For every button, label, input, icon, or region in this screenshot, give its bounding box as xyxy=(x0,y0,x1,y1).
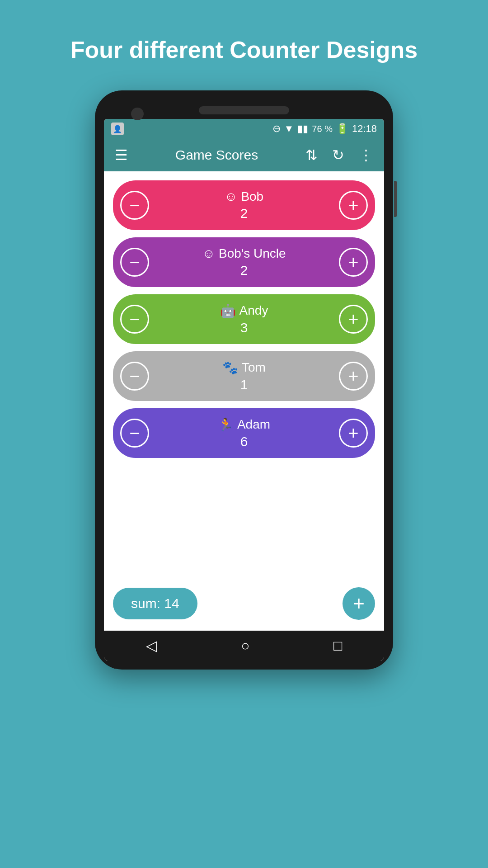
home-button[interactable]: ○ xyxy=(241,637,249,654)
plus-icon: + xyxy=(348,424,358,442)
add-counter-button[interactable]: + xyxy=(343,587,375,620)
adam-score: 6 xyxy=(240,434,248,449)
decrement-adam[interactable]: − xyxy=(120,419,149,448)
increment-adam[interactable]: + xyxy=(339,419,368,448)
bobs-uncle-score: 2 xyxy=(240,263,248,278)
page-title: Four different Counter Designs xyxy=(70,36,418,63)
minus-icon: − xyxy=(129,196,140,214)
more-button[interactable]: ⋮ xyxy=(355,143,377,167)
counter-row-bobs-uncle: − ☺ Bob's Uncle 2 + xyxy=(113,237,375,287)
phone-top-bar xyxy=(104,99,384,119)
phone-frame: 👤 ⊖ ▼ ▮▮ 76 % 🔋 12:18 ☰ Game Scores ⇅ ↻ … xyxy=(95,90,393,670)
counter-name-tom: 🐾 Tom xyxy=(222,360,266,375)
phone-speaker xyxy=(199,106,289,114)
do-not-disturb-icon: ⊖ xyxy=(272,123,281,135)
status-bar-left: 👤 xyxy=(111,123,124,135)
nav-bar: ◁ ○ □ xyxy=(104,631,384,660)
minus-icon: − xyxy=(129,424,140,442)
toolbar-title: Game Scores xyxy=(139,147,295,163)
counter-center-bobs-uncle: ☺ Bob's Uncle 2 xyxy=(149,246,339,278)
sum-button[interactable]: sum: 14 xyxy=(113,588,197,619)
counter-center-andy: 🤖 Andy 3 xyxy=(149,303,339,335)
wifi-icon: ▼ xyxy=(284,123,294,135)
minus-icon: − xyxy=(129,310,140,328)
counter-name-andy: 🤖 Andy xyxy=(220,303,268,318)
adam-label: Adam xyxy=(237,417,270,432)
filter-button[interactable]: ⇅ xyxy=(302,143,321,167)
battery-status: 76 % xyxy=(312,124,333,134)
content-area: − ☺ Bob 2 + − xyxy=(104,171,384,578)
increment-andy[interactable]: + xyxy=(339,305,368,334)
status-bar: 👤 ⊖ ▼ ▮▮ 76 % 🔋 12:18 xyxy=(104,119,384,139)
plus-icon: + xyxy=(348,310,358,328)
plus-icon: + xyxy=(348,367,358,385)
status-bar-right: ⊖ ▼ ▮▮ 76 % 🔋 12:18 xyxy=(272,123,377,135)
counter-row-tom: − 🐾 Tom 1 + xyxy=(113,351,375,401)
increment-bob[interactable]: + xyxy=(339,191,368,220)
decrement-bob[interactable]: − xyxy=(120,191,149,220)
signal-icon: ▮▮ xyxy=(297,123,308,135)
increment-tom[interactable]: + xyxy=(339,362,368,391)
adam-icon: 🏃 xyxy=(218,417,234,432)
counter-name-bobs-uncle: ☺ Bob's Uncle xyxy=(202,246,286,261)
toolbar: ☰ Game Scores ⇅ ↻ ⋮ xyxy=(104,139,384,171)
counter-row-bob: − ☺ Bob 2 + xyxy=(113,180,375,230)
increment-bobs-uncle[interactable]: + xyxy=(339,248,368,277)
counter-name-adam: 🏃 Adam xyxy=(218,417,270,432)
menu-button[interactable]: ☰ xyxy=(111,143,131,167)
phone-screen: 👤 ⊖ ▼ ▮▮ 76 % 🔋 12:18 ☰ Game Scores ⇅ ↻ … xyxy=(104,119,384,660)
recents-button[interactable]: □ xyxy=(333,637,342,654)
decrement-tom[interactable]: − xyxy=(120,362,149,391)
refresh-button[interactable]: ↻ xyxy=(328,143,348,167)
plus-icon: + xyxy=(348,196,358,214)
bottom-bar: sum: 14 + xyxy=(104,578,384,631)
bob-score: 2 xyxy=(240,206,248,221)
bob-icon: ☺ xyxy=(225,189,238,204)
andy-label: Andy xyxy=(239,303,268,318)
counter-center-tom: 🐾 Tom 1 xyxy=(149,360,339,392)
add-icon: + xyxy=(353,594,365,613)
counter-row-adam: − 🏃 Adam 6 + xyxy=(113,408,375,458)
tom-icon: 🐾 xyxy=(222,360,238,375)
andy-score: 3 xyxy=(240,320,248,335)
andy-icon: 🤖 xyxy=(220,303,236,318)
bobs-uncle-icon: ☺ xyxy=(202,246,215,261)
bobs-uncle-label: Bob's Uncle xyxy=(219,246,286,261)
counter-name-bob: ☺ Bob xyxy=(225,189,263,204)
minus-icon: − xyxy=(129,253,140,271)
phone-camera xyxy=(131,108,144,120)
tom-label: Tom xyxy=(242,360,266,375)
counter-row-andy: − 🤖 Andy 3 + xyxy=(113,294,375,344)
tom-score: 1 xyxy=(240,377,248,392)
minus-icon: − xyxy=(129,367,140,385)
counter-center-bob: ☺ Bob 2 xyxy=(149,189,339,221)
decrement-bobs-uncle[interactable]: − xyxy=(120,248,149,277)
battery-icon: 🔋 xyxy=(336,123,348,135)
back-button[interactable]: ◁ xyxy=(146,637,157,654)
clock: 12:18 xyxy=(352,123,377,135)
plus-icon: + xyxy=(348,253,358,271)
decrement-andy[interactable]: − xyxy=(120,305,149,334)
bob-label: Bob xyxy=(241,189,263,204)
phone-side-button xyxy=(394,181,397,217)
app-status-icon: 👤 xyxy=(111,123,124,135)
counter-center-adam: 🏃 Adam 6 xyxy=(149,417,339,449)
